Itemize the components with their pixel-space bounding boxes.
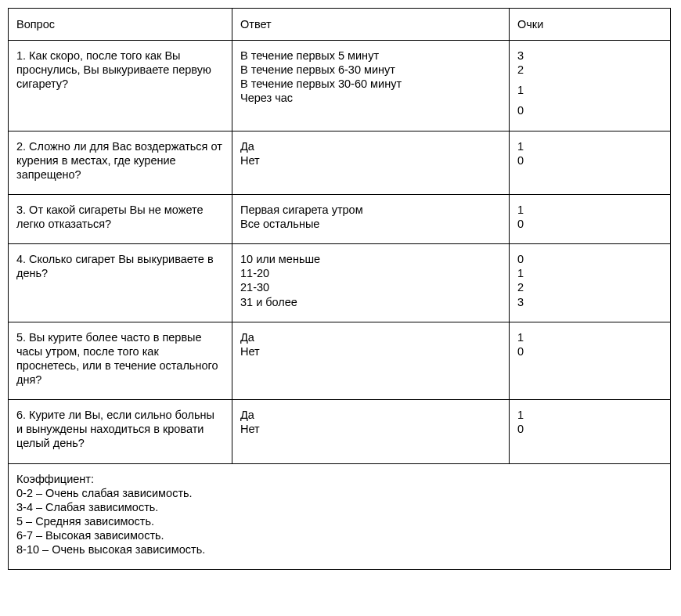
points-value: 0	[517, 153, 662, 168]
points-value: 3	[517, 49, 662, 63]
question-cell: 2. Сложно ли для Вас воздержаться от кур…	[9, 131, 232, 194]
coefficient-line: 5 – Средняя зависимость.	[16, 514, 662, 528]
answer-option: В течение первых 5 минут	[240, 49, 501, 63]
table-header-row: Вопрос Ответ Очки	[9, 9, 671, 41]
points-value: 1	[517, 203, 662, 217]
points-value: 0	[517, 103, 662, 117]
question-cell: 1. Как скоро, после того как Вы проснули…	[9, 41, 232, 131]
answer-option: Да	[240, 330, 501, 344]
points-cell: 10	[510, 194, 671, 243]
header-answer: Ответ	[232, 9, 510, 41]
table-row: 6. Курите ли Вы, если сильно больны и вы…	[9, 400, 671, 463]
answer-option: Все остальные	[240, 217, 501, 231]
coefficient-title: Коэффициент:	[16, 472, 662, 486]
coefficient-line: 8-10 – Очень высокая зависимость.	[16, 542, 662, 557]
points-value: 0	[517, 252, 662, 266]
header-question: Вопрос	[9, 9, 232, 41]
answer-option: 21-30	[240, 280, 501, 294]
question-cell: 3. От какой сигареты Вы не можете легко …	[9, 194, 232, 243]
answer-option: 11-20	[240, 266, 501, 280]
answer-option: Да	[240, 139, 501, 153]
question-cell: 5. Вы курите более часто в первые часы у…	[9, 322, 232, 400]
table-row: 5. Вы курите более часто в первые часы у…	[9, 322, 671, 400]
answer-cell: ДаНет	[232, 322, 510, 400]
answer-cell: 10 или меньше11-2021-3031 и более	[232, 244, 510, 322]
coefficient-line: 0-2 – Очень слабая зависимость.	[16, 486, 662, 500]
points-value: 1	[517, 139, 662, 153]
points-value: 1	[517, 266, 662, 280]
answer-option: Да	[240, 408, 501, 422]
header-points: Очки	[510, 9, 671, 41]
answer-cell: ДаНет	[232, 400, 510, 463]
points-value	[517, 77, 662, 83]
question-cell: 6. Курите ли Вы, если сильно больны и вы…	[9, 400, 232, 463]
coefficient-cell: Коэффициент: 0-2 – Очень слабая зависимо…	[9, 463, 671, 570]
answer-option: В течение первых 6-30 минут	[240, 63, 501, 77]
points-cell: 0123	[510, 244, 671, 322]
points-cell: 10	[510, 131, 671, 194]
coefficient-row: Коэффициент: 0-2 – Очень слабая зависимо…	[9, 463, 671, 570]
table-row: 2. Сложно ли для Вас воздержаться от кур…	[9, 131, 671, 194]
points-value: 3	[517, 295, 662, 309]
table-row: 1. Как скоро, после того как Вы проснули…	[9, 41, 671, 131]
answer-option: 31 и более	[240, 295, 501, 309]
question-cell: 4. Сколько сигарет Вы выкуриваете в день…	[9, 244, 232, 322]
coefficient-line: 6-7 – Высокая зависимость.	[16, 528, 662, 542]
answer-option: Нет	[240, 422, 501, 436]
points-value: 0	[517, 344, 662, 358]
answer-option: Первая сигарета утром	[240, 203, 501, 217]
answer-option: Через час	[240, 91, 501, 105]
table-row: 3. От какой сигареты Вы не можете легко …	[9, 194, 671, 243]
answer-cell: В течение первых 5 минутВ течение первых…	[232, 41, 510, 131]
coefficient-line: 3-4 – Слабая зависимость.	[16, 500, 662, 514]
answer-option: Нет	[240, 344, 501, 358]
answer-cell: ДаНет	[232, 131, 510, 194]
table-row: 4. Сколько сигарет Вы выкуриваете в день…	[9, 244, 671, 322]
points-cell: 32 1 0	[510, 41, 671, 131]
answer-option: Нет	[240, 153, 501, 168]
points-value: 0	[517, 217, 662, 231]
points-cell: 10	[510, 322, 671, 400]
points-value: 1	[517, 330, 662, 344]
answer-option: 10 или меньше	[240, 252, 501, 266]
points-cell: 10	[510, 400, 671, 463]
points-value: 1	[517, 408, 662, 422]
points-value: 2	[517, 63, 662, 77]
points-value: 1	[517, 83, 662, 97]
points-value: 0	[517, 422, 662, 436]
answer-cell: Первая сигарета утромВсе остальные	[232, 194, 510, 243]
fagerstrom-table: Вопрос Ответ Очки 1. Как скоро, после то…	[8, 8, 671, 570]
points-value	[517, 97, 662, 103]
answer-option: В течение первых 30-60 минут	[240, 77, 501, 91]
points-value: 2	[517, 280, 662, 294]
